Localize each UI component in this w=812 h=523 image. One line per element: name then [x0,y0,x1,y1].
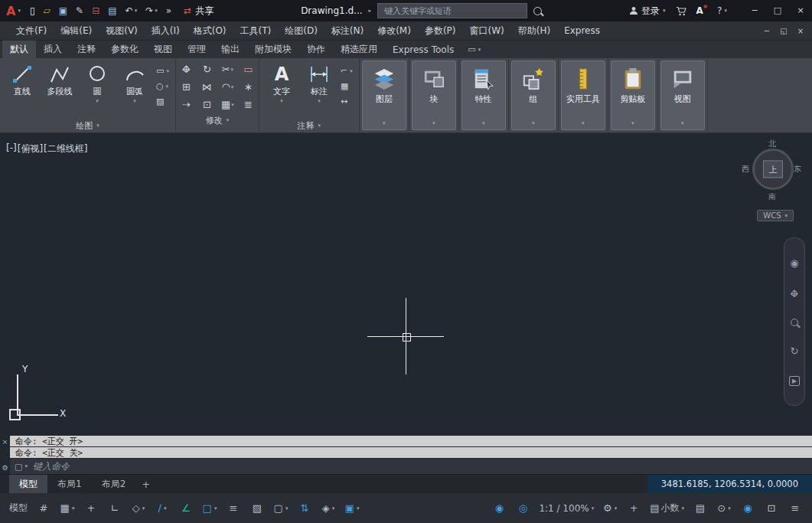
mirror-tool[interactable]: ⋈ [202,81,212,93]
grid-toggle[interactable]: # [33,498,54,518]
app-store-icon[interactable]: A* [696,5,708,16]
login-button[interactable]: 登录 ▾ [629,5,666,18]
redo-button[interactable]: ↷ ▾ [145,6,158,15]
viewport-view-control[interactable]: [俯视] [18,142,43,155]
3d-object-snap-toggle[interactable]: ◈▾ [318,498,339,518]
fillet-tool[interactable]: ◠▾ [221,81,233,93]
fillet-caret-icon[interactable]: ▾ [231,84,234,90]
annotation-monitor-toggle[interactable]: + [623,498,644,518]
snap-mode-toggle[interactable]: ▦▾ [57,498,78,518]
viewcube-compass-ring[interactable]: 上 [752,149,794,190]
menu-window[interactable]: 窗口(W) [463,21,511,40]
wcs-button[interactable]: WCS ▾ [757,210,794,221]
pan-icon[interactable]: ↔↕ [789,288,801,299]
command-customize-icon[interactable]: ⚙ [2,464,8,472]
ribbon-minimize-button[interactable]: ▭ ▾ [468,41,481,58]
menu-insert[interactable]: 插入(I) [145,21,187,40]
ribbon-tab-express-tools[interactable]: Express Tools [385,41,461,58]
command-input-row[interactable]: ▢ ▾ 键入命令 [10,459,812,474]
tab-layout1[interactable]: 布局1 [47,475,92,493]
object-snap-toggle[interactable]: □▾ [199,498,220,518]
polyline-tool[interactable]: 多段线 [44,61,76,119]
3d-object-snap-caret-icon[interactable]: ▾ [332,505,335,512]
cart-icon[interactable] [676,6,686,16]
ribbon-tab-featured-apps[interactable]: 精选应用 [333,41,385,58]
clipboard-button[interactable]: 剪贴板 ▾ [611,60,655,130]
doc-close-button[interactable]: × [792,27,809,35]
rectangle-tool[interactable]: ▭ ▾ [156,66,169,76]
viewcube-south-label[interactable]: 南 [768,191,776,202]
offset-tool[interactable]: ≣ [244,99,253,110]
viewcube-north-label[interactable]: 北 [768,139,776,149]
new-file-icon[interactable]: ▯ [30,6,35,15]
undo-caret-icon[interactable]: ▾ [135,8,138,14]
draw-panel-caret-icon[interactable]: ▾ [96,123,99,129]
undo-button[interactable]: ↶ ▾ [126,6,138,15]
ortho-toggle[interactable]: ∟ [104,498,126,518]
ribbon-tab-view[interactable]: 视图 [146,41,180,58]
trim-tool[interactable]: ✂▾ [222,64,233,75]
maximize-button[interactable]: □ [766,0,789,21]
toolbar-overflow-icon[interactable]: » [166,6,171,15]
menu-tools[interactable]: 工具(T) [233,21,279,40]
selection-cycling-toggle[interactable]: ▢▾ [270,498,292,518]
polar-tracking-toggle[interactable]: ∕▾ [152,498,173,518]
dimension-caret-icon[interactable]: ▾ [318,98,321,104]
doc-restore-button[interactable]: ◱ [775,27,792,35]
save-as-icon[interactable]: ✎ [76,6,83,15]
viewport-style-control[interactable]: [二维线框] [44,142,87,155]
clipboard-caret-icon[interactable]: ▾ [631,120,634,126]
arc-caret-icon[interactable]: ▾ [133,98,136,104]
tab-layout2[interactable]: 布局2 [92,475,136,493]
wcs-caret-icon[interactable]: ▾ [784,213,788,219]
customization-button[interactable]: ≡ [784,498,806,518]
arc-tool[interactable]: 圆弧 ▾ [119,61,151,119]
move-tool[interactable]: ↔↕ [181,64,192,75]
redo-caret-icon[interactable]: ▾ [155,8,158,14]
viewport-minimize-control[interactable]: [-] [6,142,17,155]
circle-caret-icon[interactable]: ▾ [96,98,99,104]
dimension-tool[interactable]: 标注 ▾ [303,61,335,119]
scale-tool[interactable]: ⊡ [203,99,211,110]
auto-scale-toggle[interactable]: ◎ [512,498,533,518]
viewcube-top-face[interactable]: 上 [763,161,783,178]
copy-tool[interactable]: ⊞ [182,81,191,93]
erase-tool[interactable]: ▭ [243,64,253,75]
dynamic-ucs-toggle[interactable]: ⇅ [294,498,315,518]
graphics-performance-toggle[interactable]: ◉ [737,498,758,518]
utilities-button[interactable]: 实用工具 ▾ [561,60,605,130]
menu-file[interactable]: 文件(F) [9,21,54,40]
block-caret-icon[interactable]: ▾ [432,120,435,126]
app-menu-button[interactable]: A ▾ [6,4,27,18]
ribbon-tab-default[interactable]: 默认 [2,41,36,58]
clean-screen-toggle[interactable]: ⊡ [761,498,782,518]
ribbon-tab-manage[interactable]: 管理 [180,41,214,58]
annotation-panel-label[interactable]: 注释 ▾ [259,119,359,132]
help-caret-icon[interactable]: ▾ [724,8,727,14]
draw-panel-label[interactable]: 绘图 ▾ [0,119,175,132]
array-tool[interactable]: ▦▾ [221,99,234,110]
object-snap-caret-icon[interactable]: ▾ [214,505,217,512]
group-button[interactable]: 组 ▾ [511,60,556,130]
save-icon[interactable]: ▣ [59,6,67,15]
menu-modify[interactable]: 修改(M) [370,21,418,40]
recent-commands-caret-icon[interactable]: ▾ [24,463,28,469]
ribbon-tab-annotate[interactable]: 注释 [70,41,103,58]
showmotion-icon[interactable]: ▶ [789,376,800,386]
command-input-placeholder[interactable]: 键入命令 [33,460,70,473]
leader-tool[interactable]: ⌐ ▾ [341,66,353,76]
trim-caret-icon[interactable]: ▾ [231,67,234,73]
menu-express[interactable]: Express [557,21,607,40]
circle-tool[interactable]: 圆 ▾ [81,61,113,119]
workspace-switching-button[interactable]: ⚙▾ [599,498,621,518]
ellipse-tool[interactable]: ○ ▾ [156,81,169,91]
view-caret-icon[interactable]: ▾ [681,120,684,126]
properties-caret-icon[interactable]: ▾ [482,120,485,126]
leader-caret-icon[interactable]: ▾ [350,68,353,74]
explode-tool[interactable]: ∗ [244,81,253,93]
open-folder-icon[interactable]: ▱ [44,6,51,15]
snap-caret-icon[interactable]: ▾ [72,505,75,512]
search-icon[interactable] [533,7,542,15]
menu-view[interactable]: 视图(V) [99,21,145,40]
quick-properties-toggle[interactable]: ▤ [690,498,711,518]
